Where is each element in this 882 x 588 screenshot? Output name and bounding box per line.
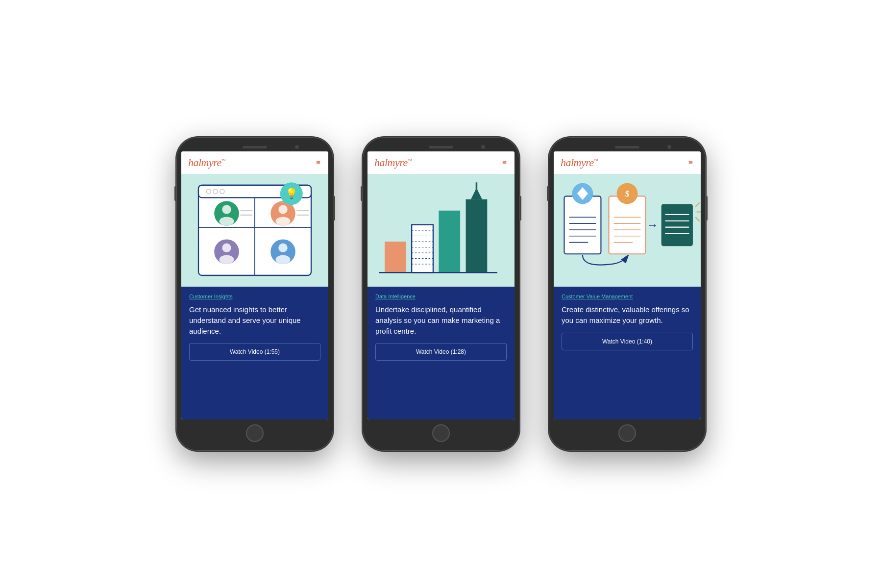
hamburger-icon-3[interactable]: ≡ (688, 158, 694, 167)
svg-rect-34 (439, 211, 460, 273)
app-header-1: halmyre™ ≡ (181, 151, 328, 174)
phone-home-button-1[interactable] (246, 424, 264, 442)
svg-point-17 (278, 243, 287, 252)
content-section-1: Customer Insights Get nuanced insights t… (181, 287, 328, 419)
phone-2: halmyre™ ≡ (363, 137, 519, 451)
phone-bottom-2 (368, 419, 514, 446)
app-header-3: halmyre™ ≡ (554, 151, 701, 174)
app-header-2: halmyre™ ≡ (368, 151, 514, 174)
svg-point-9 (220, 217, 234, 225)
svg-text:→: → (647, 219, 659, 231)
phone-speaker-3 (615, 146, 639, 148)
phone-speaker-2 (429, 146, 453, 148)
phone-1: halmyre™ ≡ (176, 137, 333, 451)
customer-insights-illustration: 💡 (181, 174, 328, 287)
section-link-2[interactable]: Data Intelligence (375, 294, 507, 299)
hero-section-3: $ → (554, 174, 701, 287)
section-link-3[interactable]: Customer Value Management (562, 294, 693, 299)
data-intelligence-illustration (368, 174, 514, 287)
section-description-3: Create distinctive, valuable offerings s… (562, 304, 693, 326)
hamburger-icon-1[interactable]: ≡ (316, 158, 321, 167)
phone-top-bar-1 (181, 142, 328, 151)
svg-rect-26 (412, 225, 433, 273)
svg-line-61 (695, 202, 700, 207)
svg-point-12 (276, 217, 291, 225)
svg-rect-56 (662, 204, 693, 246)
phone-3: halmyre™ ≡ (549, 137, 706, 451)
svg-point-15 (220, 255, 234, 264)
phone-camera-2 (481, 145, 485, 149)
watch-btn-2[interactable]: Watch Video (1:28) (375, 343, 507, 361)
phone-home-button-3[interactable] (618, 424, 636, 442)
svg-rect-39 (564, 196, 601, 254)
section-description-2: Undertake disciplined, quantified analys… (375, 304, 507, 336)
svg-rect-25 (385, 242, 406, 272)
phone-bottom-1 (181, 419, 328, 446)
phone-speaker (243, 146, 267, 148)
phone-screen-3: halmyre™ ≡ (554, 151, 701, 419)
svg-text:💡: 💡 (285, 187, 298, 200)
phone-top-bar-2 (368, 142, 514, 151)
section-link-1[interactable]: Customer Insights (189, 294, 320, 299)
hamburger-icon-2[interactable]: ≡ (502, 158, 508, 167)
phone-home-button-2[interactable] (432, 424, 450, 442)
customer-value-illustration: $ → (554, 174, 701, 287)
hero-section-1: 💡 (181, 174, 328, 287)
content-section-2: Data Intelligence Undertake disciplined,… (368, 287, 514, 419)
phone-screen-2: halmyre™ ≡ (368, 151, 514, 419)
svg-marker-37 (471, 188, 482, 199)
svg-point-11 (278, 205, 287, 214)
app-logo-3: halmyre™ (561, 156, 598, 169)
hero-section-2 (368, 174, 514, 287)
svg-rect-35 (466, 199, 488, 273)
content-section-3: Customer Value Management Create distinc… (554, 287, 701, 419)
svg-point-8 (222, 205, 231, 214)
phone-bottom-3 (554, 419, 701, 446)
app-logo-1: halmyre™ (188, 156, 225, 169)
watch-btn-3[interactable]: Watch Video (1:40) (562, 333, 693, 350)
phone-camera (295, 145, 299, 149)
svg-point-18 (276, 255, 291, 264)
section-description-1: Get nuanced insights to better understan… (189, 304, 320, 336)
svg-rect-47 (609, 196, 646, 254)
watch-btn-1[interactable]: Watch Video (1:55) (189, 343, 320, 361)
phone-top-bar-3 (554, 142, 701, 151)
phone-camera-3 (667, 145, 671, 149)
svg-text:$: $ (625, 189, 630, 198)
svg-line-63 (695, 217, 700, 221)
svg-point-14 (222, 243, 231, 252)
phone-screen-1: halmyre™ ≡ (181, 151, 328, 419)
app-logo-2: halmyre™ (374, 156, 412, 169)
